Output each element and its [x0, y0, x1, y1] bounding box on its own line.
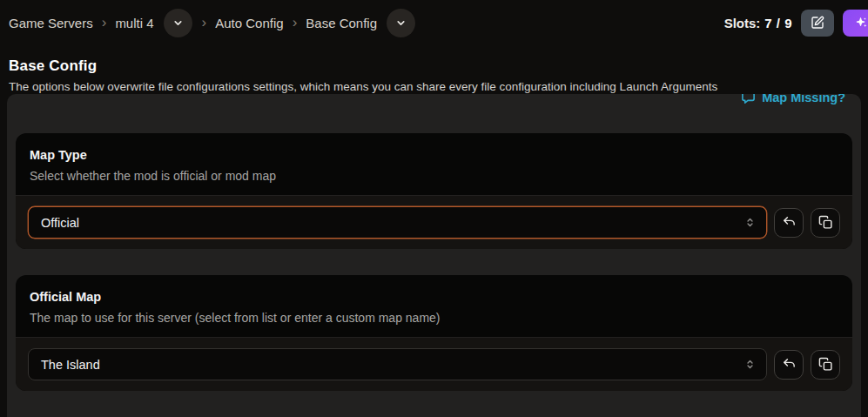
breadcrumb-base-config[interactable]: Base Config	[306, 16, 377, 30]
config-dropdown-button[interactable]	[387, 9, 415, 37]
slots-indicator: Slots:7 / 9	[724, 16, 792, 30]
config-card-official-map: Official Map The map to use for this ser…	[16, 275, 852, 391]
slots-value: 7 / 9	[764, 16, 792, 30]
config-card-map-type: Map Type Select whether the mod is offic…	[16, 133, 852, 249]
server-dropdown-button[interactable]	[164, 9, 192, 37]
card-title: Map Type	[30, 148, 838, 162]
undo-icon	[782, 357, 797, 372]
map-missing-link[interactable]: Map Missing?	[741, 94, 845, 107]
unfold-chevrons-icon	[744, 217, 756, 228]
card-control-row: The Island	[16, 337, 852, 391]
breadcrumb-game-servers[interactable]: Game Servers	[9, 16, 93, 30]
card-header: Official Map The map to use for this ser…	[16, 275, 852, 337]
official-map-select[interactable]: The Island	[28, 348, 767, 380]
card-title: Official Map	[30, 290, 838, 304]
copy-icon	[818, 215, 833, 230]
ai-assistant-button[interactable]	[843, 10, 868, 37]
page-subtitle: The options below overwrite file configu…	[9, 80, 859, 93]
slots-label: Slots:	[724, 16, 761, 30]
card-header: Map Type Select whether the mod is offic…	[16, 133, 852, 195]
edit-slots-button[interactable]	[801, 10, 834, 37]
chevron-down-icon	[395, 17, 407, 29]
map-type-select[interactable]: Official	[28, 206, 767, 239]
card-control-row: Official	[16, 195, 852, 249]
breadcrumb-server-name[interactable]: multi 4	[115, 16, 153, 30]
map-missing-label: Map Missing?	[762, 94, 845, 107]
select-value: The Island	[41, 358, 100, 372]
breadcrumb-auto-config[interactable]: Auto Config	[215, 16, 283, 30]
topbar: Game Servers › multi 4 › Auto Config › B…	[0, 0, 868, 45]
link-row: Map Missing?	[16, 94, 852, 107]
page-title: Base Config	[9, 57, 859, 75]
unfold-chevrons-icon	[744, 359, 756, 370]
breadcrumb: Game Servers › multi 4 › Auto Config › B…	[9, 9, 416, 37]
copy-official-map-button[interactable]	[811, 350, 840, 380]
breadcrumb-separator: ›	[293, 15, 298, 31]
config-panel: Map Missing? Map Type Select whether the…	[7, 94, 861, 417]
chevron-down-icon	[172, 17, 184, 29]
breadcrumb-separator: ›	[202, 15, 207, 31]
chat-bubble-icon	[741, 94, 756, 105]
sparkles-icon	[854, 16, 868, 30]
card-description: The map to use for this server (select f…	[30, 311, 838, 325]
page-header: Base Config The options below overwrite …	[0, 45, 868, 93]
topbar-actions: Slots:7 / 9	[724, 10, 868, 37]
copy-map-type-button[interactable]	[811, 208, 840, 238]
card-description: Select whether the mod is official or mo…	[30, 169, 838, 183]
undo-icon	[782, 215, 797, 230]
copy-icon	[818, 357, 833, 372]
reset-map-type-button[interactable]	[774, 208, 804, 238]
breadcrumb-separator: ›	[102, 15, 107, 31]
select-value: Official	[41, 216, 79, 230]
reset-official-map-button[interactable]	[774, 350, 804, 380]
edit-square-icon	[811, 16, 824, 30]
